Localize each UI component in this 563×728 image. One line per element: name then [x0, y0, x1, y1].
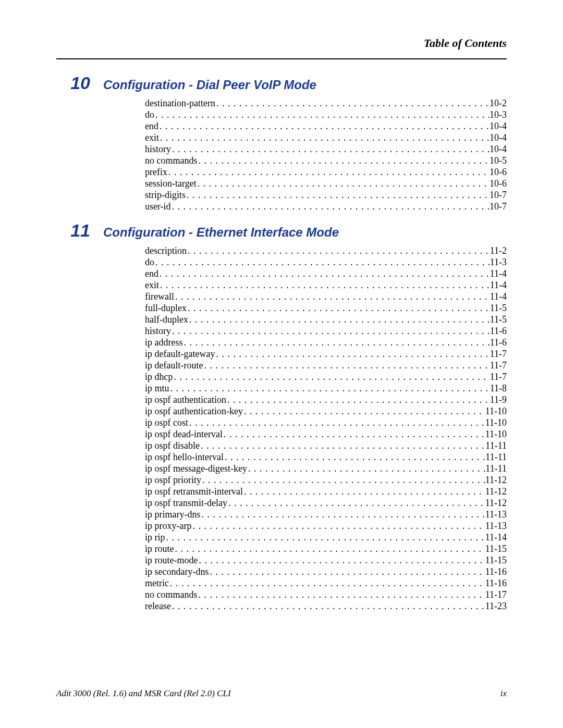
toc-page: 11-10	[485, 406, 507, 416]
toc-label: end	[145, 269, 158, 278]
toc-leader	[159, 280, 490, 290]
toc-leader	[173, 372, 490, 381]
toc-label: ip proxy-arp	[145, 521, 191, 530]
footer-left: Adit 3000 (Rel. 1.6) and MSR Card (Rel 2…	[56, 688, 231, 699]
toc-leader	[169, 578, 485, 588]
toc-entry: ip ospf dead-interval11-10	[145, 429, 507, 439]
toc-entry: ip route-mode11-15	[145, 556, 507, 565]
toc-leader	[243, 487, 485, 496]
toc-label: ip ospf cost	[145, 418, 188, 427]
toc-leader	[188, 418, 485, 427]
toc-leader	[223, 429, 485, 439]
toc-page: 11-15	[485, 544, 507, 553]
toc-page: 10-2	[489, 98, 507, 108]
toc-page: 11-10	[485, 418, 507, 427]
toc-entry: ip route11-15	[145, 544, 507, 553]
toc-page: 10-7	[489, 190, 507, 200]
toc-page: 11-11	[485, 441, 507, 450]
toc-label: ip ospf transmit-delay	[145, 498, 227, 508]
toc-leader	[198, 156, 490, 165]
toc-label: ip ospf disable	[145, 441, 200, 450]
toc-entry: session-target10-6	[145, 179, 507, 188]
toc-leader	[167, 167, 489, 177]
toc-label: ip ospf priority	[145, 475, 201, 485]
toc-leader	[215, 349, 489, 359]
toc-label: ip address	[145, 338, 182, 347]
toc-label: ip secondary-dns	[145, 567, 209, 576]
toc-leader	[198, 556, 485, 565]
toc-entry: ip primary-dns11-13	[145, 510, 507, 519]
toc-leader	[171, 144, 489, 154]
toc-label: exit	[145, 133, 159, 142]
toc-label: end	[145, 121, 158, 131]
toc-label: exit	[145, 280, 159, 290]
toc-page: 10-6	[489, 179, 507, 188]
toc-leader	[154, 110, 489, 119]
toc-entry: ip ospf transmit-delay11-12	[145, 498, 507, 508]
toc-page: 10-5	[489, 156, 507, 165]
chapter-number: 10	[56, 73, 103, 93]
toc-entry: no commands10-5	[145, 156, 507, 165]
toc-label: no commands	[145, 590, 198, 599]
toc-entry: ip mtu11-8	[145, 384, 507, 393]
toc-page: 10-6	[489, 167, 507, 177]
toc-page: 11-2	[490, 246, 507, 255]
toc-entry: ip ospf priority11-12	[145, 475, 507, 485]
chapter-entries: description11-2 do11-3 end11-4 exit11-4 …	[145, 246, 507, 611]
toc-page: 11-12	[485, 475, 507, 485]
toc-label: do	[145, 257, 154, 267]
toc-label: ip ospf retransmit-interval	[145, 487, 243, 496]
toc-entry: end10-4	[145, 121, 507, 131]
toc-page: 11-8	[490, 384, 507, 393]
toc-entry: firewall11-4	[145, 292, 507, 301]
chapter-title: Configuration - Ethernet Interface Mode	[103, 225, 339, 240]
toc-entry: no commands11-17	[145, 590, 507, 599]
chapter-title: Configuration - Dial Peer VoIP Mode	[103, 78, 316, 92]
toc-page: 11-12	[485, 498, 507, 508]
header-title: Table of Contents	[56, 36, 507, 50]
toc-label: ip route	[145, 544, 174, 553]
toc-page: 10-3	[489, 110, 507, 119]
toc-label: ip primary-dns	[145, 510, 200, 519]
toc-leader	[182, 338, 489, 347]
toc-entry: release11-23	[145, 601, 507, 611]
toc-page: 11-14	[485, 533, 507, 542]
toc-page: 11-5	[490, 315, 507, 324]
toc-entry: ip default-route11-7	[145, 361, 507, 370]
toc-label: session-target	[145, 179, 197, 188]
toc-page: 11-4	[490, 280, 507, 290]
toc-label: do	[145, 110, 154, 119]
toc-entry: ip ospf cost11-10	[145, 418, 507, 427]
toc-label: ip ospf authentication	[145, 395, 226, 404]
toc-page: 11-15	[485, 556, 507, 565]
toc-entry: half-duplex11-5	[145, 315, 507, 324]
toc-entry: ip rip11-14	[145, 533, 507, 542]
toc-label: ip dhcp	[145, 372, 173, 381]
toc-label: full-duplex	[145, 303, 187, 313]
toc-leader	[187, 303, 490, 313]
toc-entry: do10-3	[145, 110, 507, 119]
toc-page: 10-4	[489, 121, 507, 131]
toc-leader	[197, 179, 489, 188]
toc-leader	[187, 246, 490, 255]
toc-label: ip ospf dead-interval	[145, 429, 223, 439]
toc-label: history	[145, 144, 171, 154]
toc-label: ip ospf message-digest-key	[145, 464, 247, 473]
toc-entry: do11-3	[145, 257, 507, 267]
toc-page: 11-11	[485, 452, 507, 462]
toc-entry: full-duplex11-5	[145, 303, 507, 313]
toc-label: firewall	[145, 292, 174, 301]
toc-page: 10-4	[489, 133, 507, 142]
chapter-heading: 10 Configuration - Dial Peer VoIP Mode	[56, 73, 507, 93]
toc-entry: ip ospf retransmit-interval11-12	[145, 487, 507, 496]
toc-label: release	[145, 601, 171, 611]
toc-entry: description11-2	[145, 246, 507, 255]
toc-entry: ip default-gateway11-7	[145, 349, 507, 359]
toc-leader	[215, 98, 489, 108]
toc-leader	[174, 292, 490, 301]
toc-page: 11-16	[485, 567, 507, 576]
header-rule	[56, 58, 507, 59]
toc-page: 10-4	[489, 144, 507, 154]
toc-leader	[198, 590, 485, 599]
toc-leader	[226, 395, 490, 404]
